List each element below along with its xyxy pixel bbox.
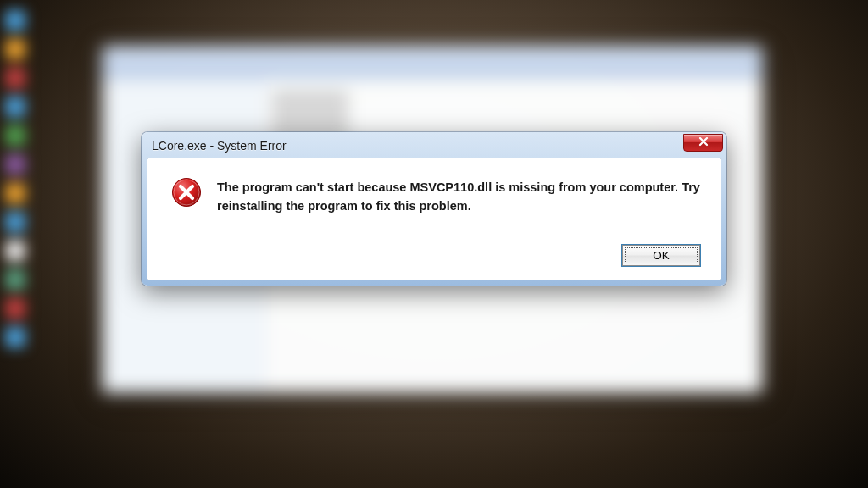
error-message: The program can't start because MSVCP110… bbox=[217, 177, 704, 216]
close-icon bbox=[698, 136, 709, 149]
error-dialog: LCore.exe - System Error bbox=[142, 132, 726, 286]
error-icon bbox=[171, 177, 202, 208]
dialog-title: LCore.exe - System Error bbox=[152, 139, 287, 152]
desktop-background: LCore.exe - System Error bbox=[0, 0, 868, 488]
desktop-icons-column bbox=[0, 0, 34, 488]
dialog-titlebar[interactable]: LCore.exe - System Error bbox=[147, 137, 721, 158]
close-button[interactable] bbox=[683, 134, 723, 152]
ok-button[interactable]: OK bbox=[622, 245, 700, 266]
